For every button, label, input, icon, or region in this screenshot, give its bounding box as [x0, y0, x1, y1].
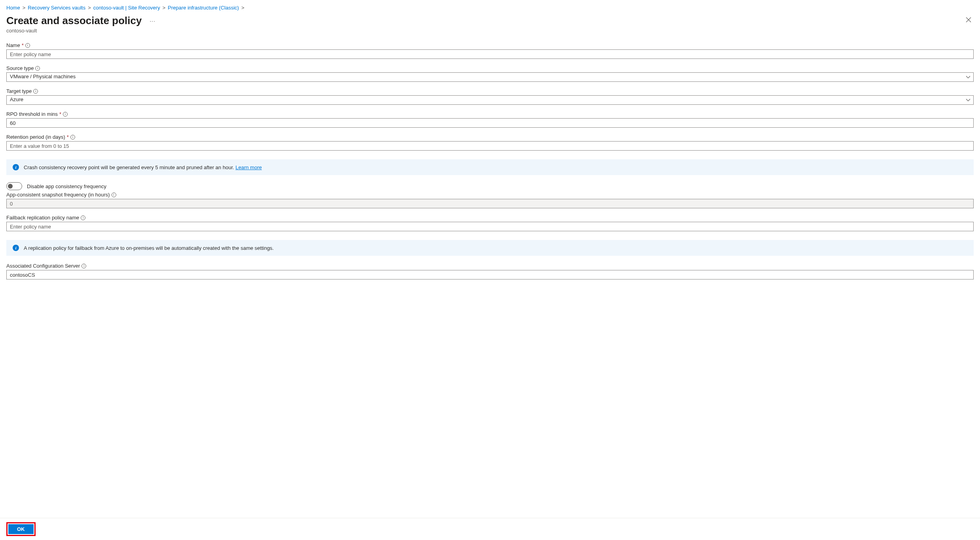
field-failback: Failback replication policy name i: [6, 215, 974, 231]
app-snapshot-label: App-consistent snapshot frequency (in ho…: [6, 192, 110, 198]
info-icon: i: [13, 164, 19, 170]
failback-input[interactable]: [6, 222, 974, 231]
info-icon[interactable]: i: [35, 66, 40, 71]
breadcrumb-prepare-infra[interactable]: Prepare infrastructure (Classic): [168, 5, 239, 11]
breadcrumb-home[interactable]: Home: [6, 5, 20, 11]
target-type-select[interactable]: Azure: [6, 95, 974, 105]
field-retention: Retention period (in days) * i: [6, 134, 974, 151]
chevron-right-icon: >: [163, 5, 166, 11]
chevron-right-icon: >: [88, 5, 91, 11]
failback-banner: i A replication policy for failback from…: [6, 240, 974, 256]
breadcrumb: Home > Recovery Services vaults > contos…: [6, 5, 974, 11]
breadcrumb-vaults[interactable]: Recovery Services vaults: [28, 5, 85, 11]
source-type-select[interactable]: VMware / Physical machines: [6, 72, 974, 82]
target-type-label: Target type: [6, 88, 32, 94]
breadcrumb-vault-recovery[interactable]: contoso-vault | Site Recovery: [93, 5, 160, 11]
required-indicator: *: [67, 134, 69, 140]
field-name: Name * i: [6, 42, 974, 59]
info-icon[interactable]: i: [81, 215, 85, 220]
config-server-input[interactable]: [6, 270, 974, 279]
info-icon[interactable]: i: [70, 135, 75, 140]
info-icon[interactable]: i: [33, 89, 38, 94]
name-label: Name: [6, 42, 20, 48]
field-rpo-threshold: RPO threshold in mins * i: [6, 111, 974, 128]
close-icon: [966, 17, 971, 23]
info-icon[interactable]: i: [81, 264, 86, 268]
required-indicator: *: [59, 111, 61, 117]
rpo-threshold-input[interactable]: [6, 118, 974, 128]
more-actions-button[interactable]: ···: [148, 16, 157, 26]
toggle-label: Disable app consistency frequency: [27, 183, 106, 189]
info-icon[interactable]: i: [63, 112, 68, 117]
chevron-right-icon: >: [23, 5, 26, 11]
banner-text: A replication policy for failback from A…: [24, 245, 274, 251]
field-target-type: Target type i Azure: [6, 88, 974, 105]
retention-label: Retention period (in days): [6, 134, 65, 140]
field-source-type: Source type i VMware / Physical machines: [6, 65, 974, 82]
info-icon[interactable]: i: [112, 193, 116, 197]
failback-label: Failback replication policy name: [6, 215, 79, 221]
rpo-threshold-label: RPO threshold in mins: [6, 111, 58, 117]
field-app-snapshot: App-consistent snapshot frequency (in ho…: [6, 192, 974, 208]
app-snapshot-input: [6, 199, 974, 208]
page-title: Create and associate policy: [6, 15, 142, 27]
name-input[interactable]: [6, 49, 974, 59]
config-server-label: Associated Configuration Server: [6, 263, 80, 269]
source-type-label: Source type: [6, 65, 34, 71]
close-button[interactable]: [963, 15, 974, 25]
toggle-row: Disable app consistency frequency: [6, 182, 974, 190]
disable-app-consistency-toggle[interactable]: [6, 182, 22, 190]
learn-more-link[interactable]: Learn more: [235, 164, 261, 170]
page-header: Create and associate policy ···: [6, 15, 974, 27]
required-indicator: *: [22, 42, 24, 48]
page-subtitle: contoso-vault: [6, 28, 974, 34]
banner-text: Crash consistency recovery point will be…: [24, 164, 235, 170]
retention-input[interactable]: [6, 141, 974, 151]
crash-consistency-banner: i Crash consistency recovery point will …: [6, 159, 974, 175]
field-config-server: Associated Configuration Server i: [6, 263, 974, 279]
info-icon: i: [13, 245, 19, 251]
info-icon[interactable]: i: [25, 43, 30, 48]
chevron-right-icon: >: [241, 5, 244, 11]
